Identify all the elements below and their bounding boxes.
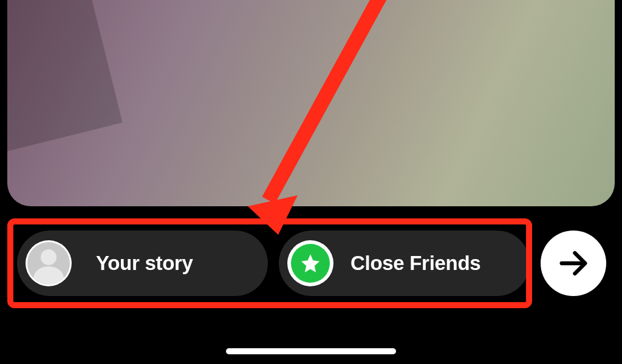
send-button[interactable] [541,231,606,296]
avatar-icon [26,240,72,286]
story-preview-background [7,0,615,206]
preview-dark-edge [7,0,123,164]
star-icon [287,240,333,286]
your-story-label: Your story [96,252,193,275]
share-options-row: Your story Close Friends [17,231,530,296]
close-friends-button[interactable]: Close Friends [279,231,530,296]
home-indicator [226,348,396,354]
your-story-button[interactable]: Your story [17,231,268,296]
close-friends-label: Close Friends [350,252,480,275]
arrow-right-icon [556,246,591,281]
